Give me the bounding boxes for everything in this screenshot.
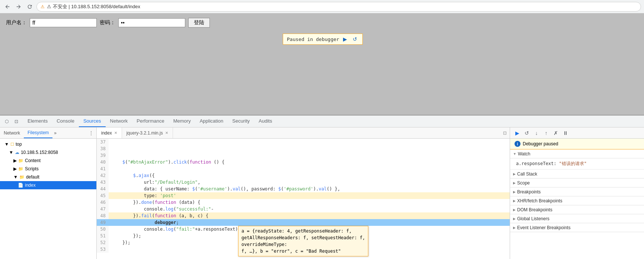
tree-item-default[interactable]: ▼ 📁 default <box>0 173 96 181</box>
info-icon: i <box>515 141 520 147</box>
browser-toolbar: ⚠ ⚠ 不安全 | 10.188.5.152:8058/default/inde… <box>0 0 644 13</box>
tree-item-index[interactable]: 📄 index <box>0 181 96 189</box>
username-input[interactable] <box>30 18 97 27</box>
address-bar[interactable]: ⚠ ⚠ 不安全 | 10.188.5.152:8058/default/inde… <box>36 2 641 12</box>
file-tree-tab-more[interactable]: » <box>52 130 58 136</box>
file-tree-tabs: Network Filesystem » ⋮ <box>0 127 96 139</box>
tree-item-scripts[interactable]: ▶ 📁 Scripts <box>0 165 96 173</box>
global-listeners-expand-icon: ▶ <box>513 217 516 221</box>
code-panel: index ✕ jquery-3.2.1.min.js ✕ ⊡ 37 38 <box>97 127 510 259</box>
code-tab-expand[interactable]: ⊡ <box>500 130 510 136</box>
reload-button[interactable] <box>25 2 34 11</box>
line-content-39 <box>109 152 112 159</box>
xhr-breakpoints-expand-icon: ▶ <box>513 199 516 203</box>
watch-value-1: "错误的请求" <box>559 161 587 166</box>
event-listener-breakpoints-section-header[interactable]: ▶ Event Listener Breakpoints <box>510 223 644 232</box>
code-tab-jquery-close[interactable]: ✕ <box>165 131 168 135</box>
line-num-41: 41 <box>97 165 109 172</box>
code-tab-jquery-label: jquery-3.2.1.min.js <box>126 130 163 136</box>
event-listener-breakpoints-expand-icon: ▶ <box>513 226 516 230</box>
tab-application[interactable]: Application <box>195 116 228 127</box>
line-content-51: }); <box>109 233 141 239</box>
scope-label: Scope <box>517 180 530 186</box>
code-line-37: 37 <box>97 139 510 145</box>
tab-sources[interactable]: Sources <box>79 116 106 127</box>
line-num-46: 46 <box>97 199 109 206</box>
dom-breakpoints-label: DOM Breakpoints <box>517 207 552 212</box>
security-icon: ⚠ <box>41 4 45 9</box>
tab-network[interactable]: Network <box>106 116 132 127</box>
expand-icon-default: ▼ <box>13 174 18 180</box>
page-content: 用户名： 密码： 登陆 Paused in debugger ▶ ↺ <box>0 13 644 115</box>
file-tree-menu-button[interactable]: ⋮ <box>86 130 96 136</box>
breakpoints-expand-icon: ▶ <box>513 190 516 194</box>
login-form: 用户名： 密码： 登陆 <box>6 18 210 28</box>
watch-expression-1: a.responseText: "错误的请求" <box>516 160 638 168</box>
debugger-step-out-button[interactable]: ↑ <box>542 129 550 137</box>
paused-debugger-badge: Paused in debugger ▶ ↺ <box>283 34 363 45</box>
devtools: ⬡ ⊡ Elements Console Sources Network Per… <box>0 115 644 259</box>
xhr-breakpoints-label: XHR/fetch Breakpoints <box>517 198 562 203</box>
debugger-toolbar: ▶ ↺ ↓ ↑ ✗ ⏸ <box>510 127 644 139</box>
line-content-37 <box>109 139 112 145</box>
global-listeners-section-header[interactable]: ▶ Global Listeners <box>510 214 644 223</box>
tab-elements[interactable]: Elements <box>23 116 52 127</box>
debugger-paused-banner: i Debugger paused <box>510 139 644 149</box>
file-tree-tab-network[interactable]: Network <box>0 127 24 138</box>
code-line-38: 38 <box>97 145 510 152</box>
expand-icon-content: ▶ <box>13 158 17 163</box>
debugger-paused-text: Debugger paused <box>523 141 558 146</box>
line-num-52: 52 <box>97 239 109 246</box>
line-content-44: data: { userName: $('#username').val(), … <box>109 186 340 192</box>
devtools-icon-buttons: ⬡ ⊡ <box>0 116 23 127</box>
line-content-45: type: 'post' <box>109 192 176 199</box>
inspect-element-button[interactable]: ⬡ <box>2 117 11 126</box>
line-content-47: console.log("successful:"- <box>109 206 214 212</box>
line-num-48: 48 <box>97 212 109 219</box>
tab-console[interactable]: Console <box>52 116 79 127</box>
resume-button[interactable]: ▶ <box>342 35 349 43</box>
xhr-breakpoints-section-header[interactable]: ▶ XHR/fetch Breakpoints <box>510 196 644 205</box>
file-tree-content: ▼ ☐ top ▼ ☁ 10.188.5.152:8058 ▶ 📁 Conten… <box>0 139 96 259</box>
back-button[interactable] <box>3 2 12 11</box>
folder-icon-default: 📁 <box>19 175 25 180</box>
debugger-step-over-button[interactable]: ↺ <box>523 129 531 137</box>
code-tab-index[interactable]: index ✕ <box>97 127 122 138</box>
line-num-50: 50 <box>97 226 109 233</box>
code-tab-jquery[interactable]: jquery-3.2.1.min.js ✕ <box>122 127 173 138</box>
tree-item-content[interactable]: ▶ 📁 Content <box>0 157 96 165</box>
debugger-deactivate-button[interactable]: ✗ <box>552 129 560 137</box>
cloud-icon-host: ☁ <box>15 150 19 155</box>
tab-memory[interactable]: Memory <box>169 116 195 127</box>
file-tree-panel: Network Filesystem » ⋮ ▼ ☐ top ▼ ☁ <box>0 127 97 259</box>
tab-audits[interactable]: Audits <box>254 116 276 127</box>
expand-icon-scripts: ▶ <box>13 166 17 171</box>
folder-icon-content: 📁 <box>18 158 23 163</box>
forward-button[interactable] <box>14 2 23 11</box>
breakpoints-label: Breakpoints <box>517 189 541 195</box>
line-content-50: console.log("fail:"+a.responseText); <box>109 226 241 233</box>
device-toggle-button[interactable]: ⊡ <box>12 117 21 126</box>
debugger-resume-button[interactable]: ▶ <box>513 129 521 137</box>
file-tree-tab-filesystem[interactable]: Filesystem <box>24 127 52 138</box>
dom-breakpoints-section-header[interactable]: ▶ DOM Breakpoints <box>510 205 644 214</box>
step-over-button[interactable]: ↺ <box>351 35 359 43</box>
password-label: 密码： <box>100 19 115 26</box>
login-button[interactable]: 登陆 <box>188 18 210 28</box>
debugger-pause-exceptions-button[interactable]: ⏸ <box>561 129 570 137</box>
tree-item-host[interactable]: ▼ ☁ 10.188.5.152:8058 <box>0 148 96 157</box>
watch-section-header[interactable]: ▼ Watch <box>510 149 644 158</box>
breakpoints-section-header[interactable]: ▶ Breakpoints <box>510 187 644 196</box>
tab-performance[interactable]: Performance <box>132 116 169 127</box>
call-stack-section-header[interactable]: ▶ Call Stack <box>510 170 644 179</box>
tab-security[interactable]: Security <box>228 116 254 127</box>
code-tab-index-close[interactable]: ✕ <box>114 131 117 135</box>
password-input[interactable] <box>118 18 185 27</box>
tree-item-top[interactable]: ▼ ☐ top <box>0 140 96 148</box>
scope-section-header[interactable]: ▶ Scope <box>510 179 644 187</box>
url-text: ⚠ 不安全 | 10.188.5.152:8058/default/index <box>47 3 140 10</box>
line-num-43: 43 <box>97 179 109 186</box>
debugger-step-into-button[interactable]: ↓ <box>532 129 541 137</box>
line-num-40: 40 <box>97 159 109 165</box>
paused-text: Paused in debugger <box>287 37 339 42</box>
